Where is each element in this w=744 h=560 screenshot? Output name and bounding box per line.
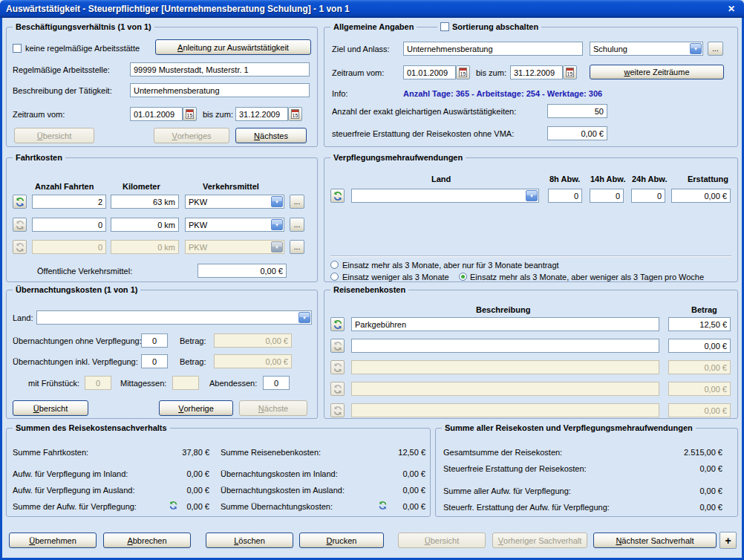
anleitung-button[interactable]: Anleitung zur Auswärtstätigkeit xyxy=(155,39,311,55)
zeitraum-bis-input[interactable] xyxy=(510,65,563,79)
date-picker-button[interactable]: 15 xyxy=(288,107,302,121)
beschreibung-input[interactable] xyxy=(351,339,659,353)
anzahl-auswaertstaetigkeiten-input[interactable] xyxy=(547,104,607,118)
chevron-down-icon: ▼ xyxy=(271,196,283,207)
anlass-selected-value: Schulung xyxy=(590,45,690,53)
info-label: Info: xyxy=(332,89,347,99)
zeitraum-von-input[interactable] xyxy=(130,107,183,121)
transfer-button xyxy=(330,403,345,417)
transfer-button[interactable] xyxy=(330,317,345,331)
transfer-icon xyxy=(333,191,343,201)
uebernachtungen-inkl-label: Übernachtungen inkl. Verpflegung: xyxy=(13,357,138,367)
uebersicht-button[interactable]: Übersicht xyxy=(13,400,88,416)
group-verpflegungsmehraufwendungen: Verpflegungsmehraufwendungen Land 8h Abw… xyxy=(324,157,738,282)
land-select[interactable]: ▼ xyxy=(36,310,312,325)
naechstes-button[interactable]: Nächstes xyxy=(235,128,307,143)
transfer-button[interactable] xyxy=(13,195,27,209)
ellipsis-button[interactable]: ... xyxy=(708,42,723,56)
abbrechen-button[interactable]: Abbrechen xyxy=(103,533,191,548)
arbeitsstelle-input[interactable] xyxy=(130,62,310,76)
chevron-down-icon: ▼ xyxy=(298,312,310,323)
drucken-button[interactable]: Drucken xyxy=(299,533,384,548)
calendar-day: 15 xyxy=(292,113,298,119)
close-icon: ✕ xyxy=(728,4,735,14)
oeffentliche-verkehrsmittel-input[interactable] xyxy=(198,264,287,278)
transfer-icon xyxy=(333,406,343,416)
transfer-icon xyxy=(333,341,343,351)
header-beschreibung: Beschreibung xyxy=(476,305,530,315)
naechster-sachverhalt-button[interactable]: Nächster Sachverhalt xyxy=(593,533,717,548)
betrag-input[interactable] xyxy=(668,317,731,331)
verkehrsmittel-select[interactable]: PKW ▼ xyxy=(185,195,284,209)
uebernachtungen-ohne-label: Übernachtungen ohne Verpflegung: xyxy=(13,336,142,346)
add-button[interactable]: + xyxy=(719,532,737,549)
taetigkeit-label: Beschreibung der Tätigkeit: xyxy=(13,86,112,96)
verkehrsmittel-select[interactable]: PKW ▼ xyxy=(185,218,284,232)
transfer-button[interactable] xyxy=(330,189,345,203)
sortierung-checkbox[interactable] xyxy=(440,22,449,31)
kilometer-input xyxy=(111,240,179,254)
uebernehmen-button[interactable]: Übernehmen xyxy=(9,533,97,548)
ellipsis-button[interactable]: ... xyxy=(290,240,304,254)
summary-label: Summe der Aufw. für Verpflegung: xyxy=(13,502,137,512)
header-land: Land xyxy=(431,175,451,184)
calendar-day: 15 xyxy=(567,71,573,77)
betrag-input[interactable] xyxy=(668,339,731,353)
date-picker-button[interactable]: 15 xyxy=(183,107,197,121)
betrag-input xyxy=(668,360,731,374)
summary-value: 0,00 € xyxy=(360,486,425,495)
header-kilometer: Kilometer xyxy=(123,182,160,192)
radio-einsatz-weniger-3monate[interactable] xyxy=(330,273,339,281)
verkehrsmittel-select: PKW ▼ xyxy=(185,240,284,254)
taetigkeit-input[interactable] xyxy=(130,83,310,97)
transfer-icon xyxy=(15,242,25,253)
summary-label: Steuerfreie Erstattung der Reisekosten: xyxy=(443,464,587,474)
kilometer-input[interactable] xyxy=(111,195,179,209)
uebernachtungen-inkl-input[interactable] xyxy=(141,354,168,368)
title-bar[interactable]: Auswärtstätigkeit - Steuerpflichtiger [U… xyxy=(0,0,744,18)
header-8h-abw: 8h Abw. xyxy=(549,175,580,184)
transfer-button[interactable] xyxy=(13,218,27,232)
uebernachtungen-ohne-input[interactable] xyxy=(141,333,168,348)
loeschen-button[interactable]: Löschen xyxy=(206,533,293,548)
keine-arbeitsstaette-checkbox[interactable] xyxy=(13,44,22,53)
kilometer-input[interactable] xyxy=(111,218,179,232)
abw-8h-input[interactable] xyxy=(548,189,582,203)
steuerfreie-erstattung-input[interactable] xyxy=(547,126,607,140)
zeitraum-bis-input[interactable] xyxy=(235,107,288,121)
weitere-zeitraeume-button[interactable]: weitere Zeiträume xyxy=(590,65,724,79)
date-picker-button[interactable]: 15 xyxy=(456,65,470,79)
calendar-icon: 15 xyxy=(459,68,467,77)
anlass-select[interactable]: Schulung ▼ xyxy=(590,42,703,56)
steuerfreie-erstattung-label: steuerfreie Erstattung der Reisekosten o… xyxy=(332,129,514,139)
zeitraum-von-input[interactable] xyxy=(403,65,456,79)
header-24h-abw: 24h Abw. xyxy=(632,175,667,184)
info-text: Anzahl Tage: 365 - Arbeitstage: 254 - We… xyxy=(403,89,602,99)
abw-14h-input[interactable] xyxy=(590,189,624,203)
header-14h-abw: 14h Abw. xyxy=(590,175,625,184)
group-allgemeine-angaben: Allgemeine Angaben Sortierung abschalten… xyxy=(324,27,738,147)
anzahl-fahrten-input[interactable] xyxy=(32,218,106,232)
radio-einsatz-3monate-beantragt[interactable] xyxy=(330,261,339,269)
vorherige-button[interactable]: Vorherige xyxy=(159,400,233,416)
date-picker-button[interactable]: 15 xyxy=(563,65,577,79)
abendessen-input[interactable] xyxy=(263,376,290,390)
verkehrsmittel-selected-value: PKW xyxy=(186,243,271,252)
radio-label-einsatz-3monate-beantragt: Einsatz mehr als 3 Monate, aber nur für … xyxy=(342,261,559,270)
ziel-input[interactable] xyxy=(403,42,583,56)
ellipsis-button[interactable]: ... xyxy=(290,195,304,209)
summary-label: Übernachtungskosten im Ausland: xyxy=(221,486,345,495)
close-button[interactable]: ✕ xyxy=(725,2,738,16)
betrag-input xyxy=(668,403,731,417)
zeitraum-vom-label: Zeitraum vom: xyxy=(332,68,384,78)
land-select[interactable]: ▼ xyxy=(351,189,539,203)
transfer-button[interactable] xyxy=(330,339,345,353)
beschreibung-input[interactable] xyxy=(351,317,659,331)
radio-einsatz-weniger-3tage-woche[interactable] xyxy=(459,273,467,281)
erstattung-input[interactable] xyxy=(671,189,731,203)
ellipsis-button[interactable]: ... xyxy=(290,218,304,232)
group-title-verpflegung: Verpflegungsmehraufwendungen xyxy=(330,152,466,163)
summary-label: Steuerfr. Erstattung der Aufw. für Verpf… xyxy=(443,503,610,512)
anzahl-fahrten-input[interactable] xyxy=(32,195,106,209)
abw-24h-input[interactable] xyxy=(631,189,665,203)
